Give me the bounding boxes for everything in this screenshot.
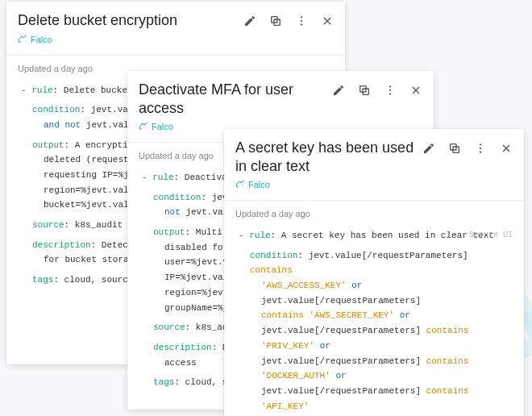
edit-icon[interactable] <box>422 142 435 158</box>
svg-point-8 <box>389 89 391 91</box>
svg-point-14 <box>480 152 481 153</box>
falco-icon <box>139 119 148 134</box>
updated-label: Updated a day ago <box>224 201 524 223</box>
edit-icon[interactable] <box>332 84 345 100</box>
svg-point-3 <box>301 20 302 22</box>
svg-point-12 <box>480 144 481 145</box>
more-icon[interactable] <box>474 142 487 158</box>
svg-point-9 <box>389 94 391 95</box>
brand-label: Falco <box>31 35 52 44</box>
more-icon[interactable] <box>384 84 397 100</box>
close-icon[interactable] <box>321 15 334 31</box>
falco-icon <box>18 32 27 47</box>
card-title: Delete bucket encryption <box>18 11 243 30</box>
card-header: Delete bucket encryption Falco <box>6 2 345 52</box>
secure-ui-tag: Secure UI <box>469 228 513 242</box>
more-icon[interactable] <box>295 15 308 31</box>
edit-icon[interactable] <box>243 15 256 31</box>
card-title: A secret key has been used in clear text <box>235 139 422 175</box>
copy-icon[interactable] <box>448 142 461 158</box>
svg-point-4 <box>301 24 302 26</box>
copy-icon[interactable] <box>358 84 371 100</box>
brand-label: Falco <box>152 122 173 131</box>
brand-row: Falco <box>235 177 422 192</box>
close-icon[interactable] <box>500 142 513 158</box>
rule-card-secret-key: A secret key has been used in clear text… <box>224 129 524 416</box>
close-icon[interactable] <box>409 84 422 100</box>
card-header: A secret key has been used in clear text… <box>224 129 524 197</box>
svg-point-2 <box>301 16 302 18</box>
copy-icon[interactable] <box>269 15 282 31</box>
brand-label: Falco <box>248 180 270 189</box>
code-area: Secure UI - rule: A secret key has been … <box>224 223 524 416</box>
svg-point-7 <box>389 85 391 87</box>
svg-point-13 <box>480 148 481 149</box>
falco-icon <box>235 177 245 192</box>
brand-row: Falco <box>18 32 243 47</box>
card-title: Deactivate MFA for user access <box>139 81 332 117</box>
